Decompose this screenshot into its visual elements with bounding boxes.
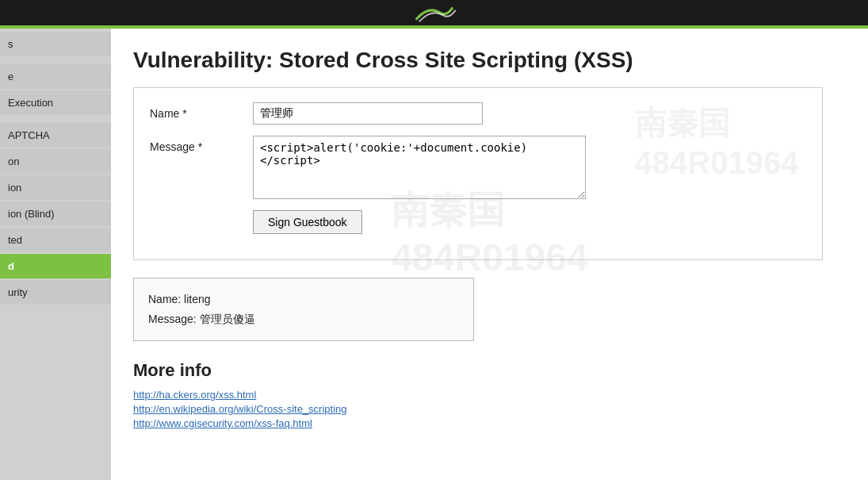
sidebar-item-ted[interactable]: ted bbox=[0, 228, 111, 252]
guestbook-form-box: Name * Message * <script>alert('cookie:'… bbox=[133, 87, 823, 260]
page-title: Vulnerability: Stored Cross Site Scripti… bbox=[133, 48, 846, 73]
more-info-link-3[interactable]: http://www.cgisecurity.com/xss-faq.html bbox=[133, 417, 846, 429]
main-content: 南秦国484R01964 南秦国484R01964 Vulnerability:… bbox=[111, 29, 868, 480]
more-info-link-2[interactable]: http://en.wikipedia.org/wiki/Cross-site_… bbox=[133, 403, 846, 415]
message-name-line: Name: liteng bbox=[148, 290, 459, 309]
message-card: Name: liteng Message: 管理员傻逼 bbox=[133, 278, 474, 341]
sidebar-item-urity[interactable]: urity bbox=[0, 280, 111, 305]
message-row: Message * <script>alert('cookie:'+docume… bbox=[150, 136, 806, 199]
sidebar-spacer-1 bbox=[0, 58, 111, 63]
name-input[interactable] bbox=[253, 102, 483, 125]
sidebar: s e Execution APTCHA on ion ion (Blind) … bbox=[0, 29, 111, 480]
sign-guestbook-button[interactable]: Sign Guestbook bbox=[253, 210, 362, 234]
sidebar-item-s[interactable]: s bbox=[0, 32, 111, 56]
sidebar-item-ion-blind[interactable]: ion (Blind) bbox=[0, 202, 111, 226]
name-row: Name * bbox=[150, 102, 806, 125]
sidebar-item-aptcha[interactable]: APTCHA bbox=[0, 123, 111, 148]
sidebar-item-d[interactable]: d bbox=[0, 254, 111, 278]
more-info-links: http://ha.ckers.org/xss.html http://en.w… bbox=[133, 389, 846, 429]
logo-area bbox=[411, 2, 458, 24]
sidebar-item-ion[interactable]: ion bbox=[0, 175, 111, 200]
sidebar-spacer-2 bbox=[0, 117, 111, 121]
message-label: Message * bbox=[150, 136, 253, 153]
content-wrapper: s e Execution APTCHA on ion ion (Blind) … bbox=[0, 29, 868, 480]
submit-row: Sign Guestbook bbox=[150, 210, 806, 234]
message-textarea[interactable]: <script>alert('cookie:'+document.cookie)… bbox=[253, 136, 586, 199]
more-info-title: More info bbox=[133, 360, 846, 381]
sidebar-item-e[interactable]: e bbox=[0, 64, 111, 89]
more-info-link-1[interactable]: http://ha.ckers.org/xss.html bbox=[133, 389, 846, 401]
message-message-line: Message: 管理员傻逼 bbox=[148, 309, 459, 329]
name-label: Name * bbox=[150, 102, 253, 120]
sidebar-item-on[interactable]: on bbox=[0, 149, 111, 174]
top-bar bbox=[0, 0, 868, 25]
logo-icon bbox=[411, 2, 458, 24]
sidebar-item-execution[interactable]: Execution bbox=[0, 90, 111, 115]
